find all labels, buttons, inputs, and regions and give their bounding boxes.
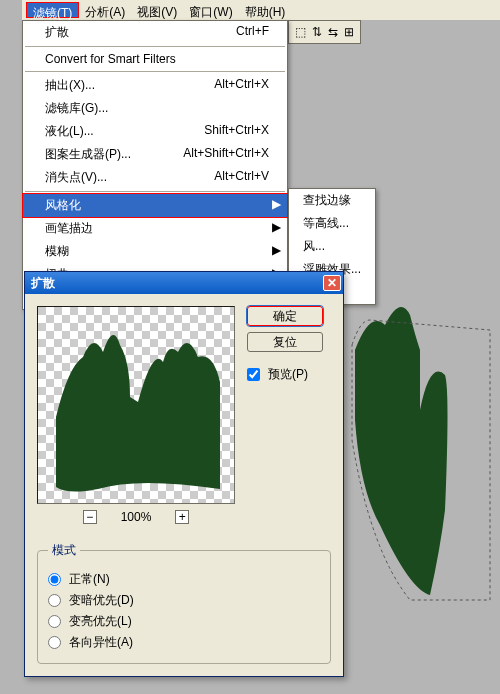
menu-item-pattern[interactable]: 图案生成器(P)...Alt+Shift+Ctrl+X [23, 143, 287, 166]
zoom-in-button[interactable]: + [175, 510, 189, 524]
menu-window[interactable]: 窗口(W) [183, 2, 238, 18]
toolbar-icon[interactable]: ⇆ [328, 25, 338, 39]
menu-item-vanish[interactable]: 消失点(V)...Alt+Ctrl+V [23, 166, 287, 189]
toolbar-icon[interactable]: ⇅ [312, 25, 322, 39]
radio-aniso[interactable]: 各向异性(A) [48, 634, 320, 651]
dialog-titlebar[interactable]: 扩散 ✕ [25, 272, 343, 294]
preview-checkbox[interactable]: 预览(P) [247, 366, 308, 383]
submenu-find-edges[interactable]: 查找边缘 [289, 189, 375, 212]
submenu-contour[interactable]: 等高线... [289, 212, 375, 235]
toolbar-icon[interactable]: ⊞ [344, 25, 354, 39]
zoom-level: 100% [121, 510, 152, 524]
submenu-arrow-icon: ▶ [272, 220, 281, 234]
menu-item-convert-smart[interactable]: Convert for Smart Filters [23, 49, 287, 69]
menu-help[interactable]: 帮助(H) [239, 2, 292, 18]
submenu-arrow-icon: ▶ [272, 243, 281, 257]
filter-dropdown: 扩散Ctrl+F Convert for Smart Filters 抽出(X)… [22, 20, 288, 310]
zoom-out-button[interactable]: − [83, 510, 97, 524]
cancel-button[interactable]: 复位 [247, 332, 323, 352]
menu-item-blur[interactable]: 模糊▶ [23, 240, 287, 263]
options-bar: ⬚ ⇅ ⇆ ⊞ [288, 20, 361, 44]
dialog-title: 扩散 [31, 275, 55, 292]
canvas-artwork [350, 290, 500, 610]
menu-item-brush[interactable]: 画笔描边▶ [23, 217, 287, 240]
submenu-arrow-icon: ▶ [272, 197, 281, 211]
menu-analyze[interactable]: 分析(A) [79, 2, 131, 18]
radio-darken[interactable]: 变暗优先(D) [48, 592, 320, 609]
ok-button[interactable]: 确定 [247, 306, 323, 326]
menubar: 滤镜(T) 分析(A) 视图(V) 窗口(W) 帮助(H) [22, 0, 500, 20]
menu-item-liquify[interactable]: 液化(L)...Shift+Ctrl+X [23, 120, 287, 143]
radio-normal[interactable]: 正常(N) [48, 571, 320, 588]
zoom-controls: − 100% + [37, 510, 235, 524]
mode-legend: 模式 [48, 542, 80, 559]
menu-item-extract[interactable]: 抽出(X)...Alt+Ctrl+X [23, 74, 287, 97]
diffuse-dialog: 扩散 ✕ − 100% + 确定 复位 预览(P) 模式 正常(N) 变暗优先(… [24, 271, 344, 677]
mode-fieldset: 模式 正常(N) 变暗优先(D) 变亮优先(L) 各向异性(A) [37, 542, 331, 664]
menu-view[interactable]: 视图(V) [131, 2, 183, 18]
menu-item-last-filter[interactable]: 扩散Ctrl+F [23, 21, 287, 44]
menu-item-gallery[interactable]: 滤镜库(G)... [23, 97, 287, 120]
menu-item-stylize[interactable]: 风格化▶ [22, 193, 288, 218]
toolbar-icon[interactable]: ⬚ [295, 25, 306, 39]
submenu-wind[interactable]: 风... [289, 235, 375, 258]
menu-filter[interactable]: 滤镜(T) [26, 2, 79, 18]
filter-preview[interactable] [37, 306, 235, 504]
close-icon[interactable]: ✕ [323, 275, 341, 291]
radio-lighten[interactable]: 变亮优先(L) [48, 613, 320, 630]
